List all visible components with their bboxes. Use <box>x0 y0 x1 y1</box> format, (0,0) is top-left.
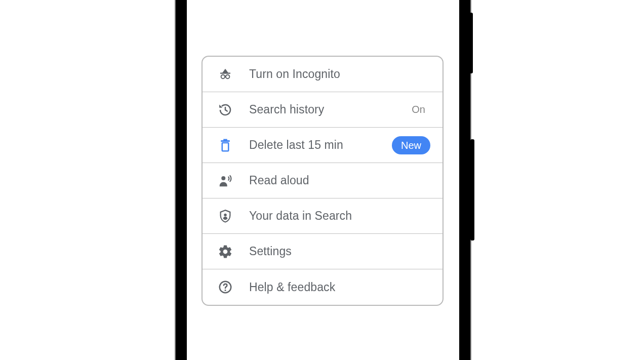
svg-rect-0 <box>220 72 230 73</box>
privacy-shield-icon <box>217 208 234 225</box>
read-aloud-icon <box>217 172 234 189</box>
trash-icon <box>217 137 234 154</box>
menu-item-label: Help & feedback <box>249 281 430 294</box>
menu-item-label: Read aloud <box>249 174 430 187</box>
account-menu-panel: Turn on Incognito Search history On Dele… <box>202 56 444 306</box>
menu-item-settings[interactable]: Settings <box>203 234 442 269</box>
menu-item-help[interactable]: Help & feedback <box>203 269 442 305</box>
incognito-icon <box>217 66 234 83</box>
help-icon <box>217 278 234 296</box>
new-badge: New <box>392 136 430 154</box>
svg-point-1 <box>221 74 225 78</box>
menu-item-label: Your data in Search <box>249 209 430 223</box>
menu-item-search-history[interactable]: Search history On <box>203 92 442 128</box>
svg-point-9 <box>225 290 226 291</box>
menu-item-incognito[interactable]: Turn on Incognito <box>203 57 442 92</box>
menu-item-label: Delete last 15 min <box>249 138 392 152</box>
menu-item-label: Turn on Incognito <box>249 67 430 81</box>
svg-rect-3 <box>221 140 230 142</box>
search-history-status: On <box>412 104 425 115</box>
svg-rect-5 <box>222 143 229 151</box>
svg-rect-4 <box>223 139 227 140</box>
svg-point-7 <box>224 213 227 216</box>
menu-item-your-data[interactable]: Your data in Search <box>203 198 442 234</box>
svg-point-2 <box>226 74 230 78</box>
menu-item-read-aloud[interactable]: Read aloud <box>203 163 442 198</box>
gear-icon <box>217 243 234 260</box>
menu-item-label: Search history <box>249 103 412 116</box>
phone-side-button-power <box>470 139 474 241</box>
svg-point-6 <box>221 176 225 180</box>
phone-side-button-top <box>469 13 473 73</box>
menu-item-label: Settings <box>249 245 430 258</box>
menu-item-delete-15min[interactable]: Delete last 15 min New <box>203 128 442 163</box>
history-icon <box>217 101 234 118</box>
